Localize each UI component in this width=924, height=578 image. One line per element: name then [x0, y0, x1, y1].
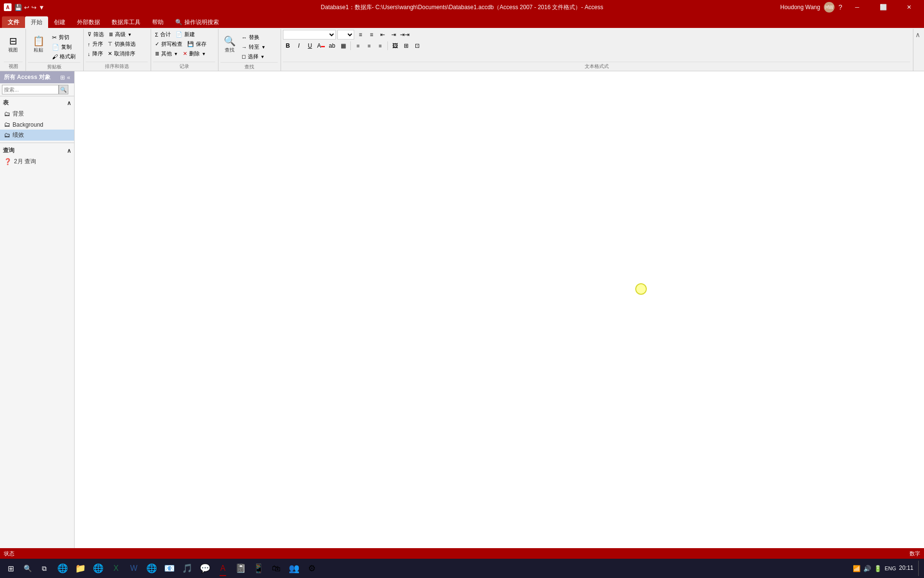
table-btn[interactable]: ⊞	[401, 41, 411, 51]
taskbar-app-explorer[interactable]: 📁	[72, 560, 89, 577]
indent-dec-btn[interactable]: ⇤	[378, 30, 387, 39]
undo-btn[interactable]: ↩	[24, 4, 29, 11]
taskbar-app-settings[interactable]: ⚙	[303, 560, 321, 577]
align-left-btn[interactable]: ≡	[353, 41, 363, 51]
select-label: 选择	[248, 53, 258, 60]
help-icon[interactable]: ?	[838, 3, 842, 11]
taskbar-app-excel[interactable]: X	[107, 560, 125, 577]
tab-search[interactable]: 🔍 操作说明搜索	[169, 16, 225, 28]
delete-button[interactable]: ✕ 删除 ▼	[181, 49, 208, 58]
taskbar-search-btn[interactable]: 🔍	[20, 561, 35, 576]
align-center-btn[interactable]: ≡	[364, 41, 374, 51]
more-button[interactable]: ≣ 其他 ▼	[153, 49, 180, 58]
font-family-select[interactable]	[283, 30, 336, 39]
save-quick-btn[interactable]: 💾	[14, 4, 22, 11]
tab-external-data[interactable]: 外部数据	[71, 16, 106, 28]
taskbar-app-mail[interactable]: 📧	[161, 560, 178, 577]
nav-item-background-cn[interactable]: 🗂 背景	[0, 108, 74, 119]
ribbon-collapse-btn[interactable]: ∧	[914, 30, 921, 39]
underline-button[interactable]: U	[305, 41, 315, 51]
tab-database-tools[interactable]: 数据库工具	[106, 16, 146, 28]
view-button[interactable]: ⊟ 视图	[4, 30, 22, 59]
nav-header[interactable]: 所有 Access 对象 ⊞ «	[0, 71, 74, 83]
taskbar-app-taskview[interactable]: ⧉	[36, 560, 53, 577]
nav-collapse-icon[interactable]: «	[67, 74, 70, 81]
taskbar-app-store[interactable]: 🛍	[268, 560, 285, 577]
tray-volume-icon[interactable]: 🔊	[863, 565, 871, 572]
indent-inc-btn[interactable]: ⇥	[389, 30, 398, 39]
tray-network-icon[interactable]: 📶	[853, 565, 860, 572]
taskbar-app-edge[interactable]: 🌐	[54, 560, 71, 577]
start-button[interactable]: ⊞	[2, 560, 19, 577]
italic-button[interactable]: I	[294, 41, 304, 51]
descending-button[interactable]: ↓ 降序	[86, 49, 105, 58]
bold-button[interactable]: B	[283, 41, 293, 51]
cut-button[interactable]: ✂ 剪切	[50, 33, 77, 42]
nav-item-background-en[interactable]: 🗂 Background	[0, 119, 74, 130]
highlight-btn[interactable]: ab	[327, 41, 337, 51]
nav-item-performance[interactable]: 🗂 绩效	[0, 130, 74, 141]
taskbar-app-phone[interactable]: 📱	[250, 560, 267, 577]
image-btn[interactable]: 🖼	[390, 41, 400, 51]
tray-keyboard-icon[interactable]: ENG	[885, 565, 896, 571]
bg-color-btn[interactable]: ▦	[338, 41, 348, 51]
taskbar-app-media[interactable]: 🎵	[179, 560, 196, 577]
tray-battery-icon[interactable]: 🔋	[874, 565, 882, 572]
save-record-button[interactable]: 💾 保存	[185, 39, 208, 49]
font-size-select[interactable]	[337, 30, 354, 39]
taskbar-app-browser2[interactable]: 🌐	[143, 560, 160, 577]
nav-tables-collapse-icon[interactable]: ∧	[67, 100, 71, 106]
redo-btn[interactable]: ↪	[31, 4, 37, 11]
copy-button[interactable]: 📄 复制	[50, 42, 77, 52]
ie-icon: 🌐	[93, 563, 103, 574]
nav-section-tables-header[interactable]: 表 ∧	[0, 97, 74, 108]
list-ordered-btn[interactable]: ≡	[367, 30, 376, 39]
taskbar-app-word[interactable]: W	[125, 560, 142, 577]
indent-extra-btn[interactable]: ⇥⇥	[400, 30, 410, 39]
restore-button[interactable]: ⬜	[872, 0, 894, 14]
taskbar-app-teams[interactable]: 👥	[285, 560, 303, 577]
align-right-btn[interactable]: ≡	[375, 41, 385, 51]
customize-quick-btn[interactable]: ▼	[38, 4, 45, 11]
table-icon-3: 🗂	[4, 131, 10, 139]
taskbar-app-onenote[interactable]: 📓	[232, 560, 249, 577]
nav-search-input[interactable]	[2, 85, 59, 94]
tab-home[interactable]: 开始	[25, 16, 48, 28]
nav-divider-1	[0, 143, 74, 143]
goto-button[interactable]: → 转至 ▼	[240, 42, 268, 52]
ascending-icon: ↑	[88, 41, 90, 47]
find-button[interactable]: 🔍 查找	[220, 30, 239, 59]
nav-section-queries-header[interactable]: 查询 ∧	[0, 145, 74, 156]
taskbar-app-access[interactable]: A	[214, 560, 231, 577]
replace-button[interactable]: ↔ 替换	[240, 33, 268, 42]
remove-sort-button[interactable]: ✕ 取消排序	[106, 49, 137, 58]
tab-file[interactable]: 文件	[2, 16, 25, 28]
expand-text-btn[interactable]: ⊡	[412, 41, 422, 51]
tab-create[interactable]: 创建	[48, 16, 71, 28]
paste-button[interactable]: 📋 粘贴	[28, 30, 49, 59]
toggle-filter-button[interactable]: ⊤ 切换筛选	[106, 39, 138, 49]
nav-menu-icon[interactable]: ⊞	[60, 74, 65, 81]
nav-header-text: 所有 Access 对象	[4, 73, 51, 81]
nav-queries-collapse-icon[interactable]: ∧	[67, 147, 71, 154]
taskbar-app-ie[interactable]: 🌐	[90, 560, 107, 577]
nav-item-feb-query[interactable]: ❓ 2月 查询	[0, 156, 74, 167]
filter-button[interactable]: ⊽ 筛选	[86, 30, 106, 39]
minimize-button[interactable]: ─	[846, 0, 868, 14]
ascending-button[interactable]: ↑ 升序	[86, 39, 105, 49]
user-avatar[interactable]: HW	[824, 2, 834, 13]
font-color-btn[interactable]: A▬	[316, 41, 326, 51]
select-button[interactable]: ◻ 选择 ▼	[240, 52, 268, 61]
taskbar-clock[interactable]: 20:11	[899, 565, 913, 572]
show-desktop-btn[interactable]	[918, 561, 920, 576]
list-unordered-btn[interactable]: ≡	[356, 30, 365, 39]
nav-search-button[interactable]: 🔍	[59, 85, 68, 94]
spell-button[interactable]: ✓ 拼写检查	[153, 39, 184, 49]
advanced-button[interactable]: ≣ 高级 ▼	[107, 30, 134, 39]
format-painter-button[interactable]: 🖌 格式刷	[50, 52, 77, 61]
new-record-button[interactable]: 📄 新建	[174, 30, 197, 39]
taskbar-app-chat[interactable]: 💬	[196, 560, 214, 577]
tab-help[interactable]: 帮助	[146, 16, 169, 28]
close-button[interactable]: ✕	[898, 0, 920, 14]
totals-button[interactable]: Σ 合计	[153, 30, 173, 39]
